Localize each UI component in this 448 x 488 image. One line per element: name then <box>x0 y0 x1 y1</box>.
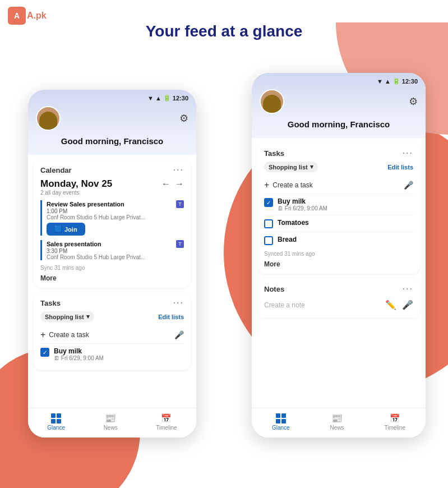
nav-label-news-left: News <box>104 425 118 431</box>
phone-right-header: ▼ ▲ 🔋 12:30 ⚙ Good morning, Francisco <box>252 73 426 138</box>
dropdown-arrow-left: ▾ <box>86 313 90 320</box>
cal-event-2-title: Sales presentation <box>47 241 101 247</box>
greeting-right: Good morning, Francisco <box>252 119 426 129</box>
mic-icon-notes[interactable]: 🎤 <box>402 300 413 310</box>
phone-left-header: ▼ ▲ 🔋 12:30 ⚙ Good morning, Francisco <box>28 90 196 155</box>
notes-menu-right[interactable]: ··· <box>403 284 413 294</box>
teams-btn-icon: 🟦 <box>54 225 62 233</box>
mic-icon-right[interactable]: 🎤 <box>404 181 413 190</box>
cal-prev[interactable]: ← <box>161 179 170 189</box>
wifi-icon-right: ▲ <box>385 78 391 85</box>
signal-icon-right: ▼ <box>377 78 383 85</box>
task-content-right-2: Bread <box>278 236 297 243</box>
battery-icon: 🔋 <box>163 94 171 102</box>
checkbox-right-0[interactable] <box>264 198 273 207</box>
task-content-right-0: Buy milk 🗓 Fri 6/29, 9:00 AM <box>278 197 327 211</box>
tasks-list-row-left: Shopping list ▾ Edit lists <box>40 311 184 322</box>
join-button-1[interactable]: 🟦 Join <box>47 223 85 236</box>
nav-timeline-left[interactable]: 📅 Timeline <box>156 413 177 431</box>
checkbox-right-2[interactable] <box>264 236 273 245</box>
cal-date: Monday, Nov 25 <box>40 178 112 190</box>
nav-timeline-right[interactable]: 📅 Timeline <box>385 413 405 431</box>
phone-left: ▼ ▲ 🔋 12:30 ⚙ Good morning, Francisco Ca… <box>28 90 196 438</box>
cal-next[interactable]: → <box>175 179 184 189</box>
task-item-right-0: Buy milk 🗓 Fri 6/29, 9:00 AM <box>264 194 413 215</box>
task-item-right-1: Tomatoes <box>264 215 413 232</box>
plus-create-left[interactable]: + Create a task <box>40 330 89 340</box>
join-label: Join <box>64 226 77 233</box>
settings-icon-left[interactable]: ⚙ <box>179 112 188 125</box>
edit-lists-left[interactable]: Edit lists <box>158 314 184 320</box>
avatar-left <box>36 106 61 131</box>
create-task-label-left: Create a task <box>49 331 89 339</box>
tasks-list-row-right: Shopping list ▾ Edit lists <box>264 162 413 172</box>
checkbox-left-0[interactable] <box>40 348 49 357</box>
tasks-menu-left[interactable]: ··· <box>173 298 184 308</box>
news-icon-left: 📰 <box>105 413 116 423</box>
shopping-label-left: Shopping list <box>45 314 84 320</box>
create-task-label-right: Create a task <box>273 181 312 189</box>
notes-create-row: Create a note ✏️ 🎤 <box>264 297 413 312</box>
greeting-left: Good morning, Francisco <box>28 136 196 146</box>
tasks-menu-right[interactable]: ··· <box>403 148 413 158</box>
status-bar-left: ▼ ▲ 🔋 12:30 <box>28 90 196 104</box>
tasks-header-right: Tasks ··· <box>264 148 413 158</box>
nav-glance-left[interactable]: Glance <box>47 413 65 431</box>
avatar-settings-right: ⚙ <box>252 87 426 118</box>
calendar-header: Calendar ··· <box>40 165 184 175</box>
cal-event-2-loc: Conf Room Studio 5 Hub Large Privat... <box>47 254 184 260</box>
glance-icon-left <box>51 413 61 423</box>
page-title: Your feed at a glance <box>0 22 448 40</box>
cal-event-1-time: 1:00 PM <box>47 208 184 214</box>
shopping-pill-right[interactable]: Shopping list ▾ <box>264 162 318 172</box>
notes-header-right: Notes ··· <box>264 284 413 294</box>
notes-create-text[interactable]: Create a note <box>264 301 305 309</box>
nav-label-glance-left: Glance <box>47 425 65 431</box>
tasks-card-left: Tasks ··· Shopping list ▾ Edit lists + C… <box>34 292 191 370</box>
nav-news-right[interactable]: 📰 News <box>330 413 344 431</box>
calendar-card: Calendar ··· Monday, Nov 25 ← → 2 all da… <box>34 159 191 288</box>
phone-left-inner: ▼ ▲ 🔋 12:30 ⚙ Good morning, Francisco Ca… <box>28 90 196 438</box>
status-icons-left: ▼ ▲ 🔋 12:30 <box>147 94 188 102</box>
tasks-card-right: Tasks ··· Shopping list ▾ Edit lists + C… <box>257 142 420 274</box>
time-left: 12:30 <box>173 95 188 102</box>
notes-title-right: Notes <box>264 285 284 293</box>
cal-event-1-loc: Conf Room Studio 5 Hub Large Privat... <box>47 214 184 220</box>
calendar-menu[interactable]: ··· <box>173 165 184 175</box>
nav-news-left[interactable]: 📰 News <box>104 413 118 431</box>
teams-icon-2: T <box>176 240 184 248</box>
mic-icon-left[interactable]: 🎤 <box>174 330 184 339</box>
cal-event-1: Review Sales presentation T 1:00 PM Conf… <box>40 200 184 236</box>
nav-glance-right[interactable]: Glance <box>272 413 290 431</box>
task-title-left-0: Buy milk <box>54 347 104 355</box>
dropdown-arrow-right: ▾ <box>310 163 313 171</box>
cal-date-row: Monday, Nov 25 ← → <box>40 178 184 190</box>
task-item-left-0: Buy milk 🗓 Fri 6/29, 9:00 AM <box>40 343 184 365</box>
timeline-icon-right: 📅 <box>390 413 400 423</box>
cal-event-1-title: Review Sales presentation <box>47 201 124 208</box>
tasks-header-left: Tasks ··· <box>40 298 184 308</box>
bottom-nav-right: Glance 📰 News 📅 Timeline <box>252 408 426 438</box>
status-bar-right: ▼ ▲ 🔋 12:30 <box>252 73 426 87</box>
task-content-right-1: Tomatoes <box>278 219 309 227</box>
cal-more[interactable]: More <box>40 274 184 282</box>
pencil-icon-right[interactable]: ✏️ <box>385 300 396 310</box>
signal-icon: ▼ <box>147 95 154 102</box>
edit-lists-right[interactable]: Edit lists <box>387 164 413 171</box>
checkbox-right-1[interactable] <box>264 219 273 228</box>
cal-nav: ← → <box>161 179 184 189</box>
shopping-pill-left[interactable]: Shopping list ▾ <box>40 311 94 322</box>
tasks-title-right: Tasks <box>264 149 284 158</box>
nav-label-news-right: News <box>330 425 344 431</box>
avatar-right <box>260 89 284 114</box>
plus-icon-right: + <box>264 180 269 190</box>
nav-label-glance-right: Glance <box>272 425 290 431</box>
tasks-more-right[interactable]: More <box>264 260 413 268</box>
settings-icon-right[interactable]: ⚙ <box>409 95 418 108</box>
task-sub-right-0: 🗓 Fri 6/29, 9:00 AM <box>278 205 327 211</box>
phone-right: ▼ ▲ 🔋 12:30 ⚙ Good morning, Francisco Ta… <box>252 73 426 438</box>
tasks-sync-right: Synced 31 mins ago <box>264 251 413 257</box>
status-icons-right: ▼ ▲ 🔋 12:30 <box>377 77 418 85</box>
notes-card-right: Notes ··· Create a note ✏️ 🎤 <box>257 278 420 318</box>
plus-create-right[interactable]: + Create a task <box>264 180 313 190</box>
